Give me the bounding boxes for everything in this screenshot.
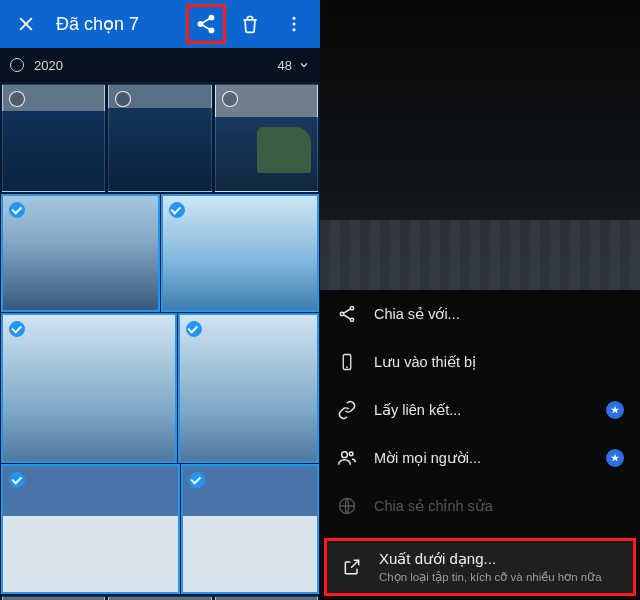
svg-point-8 xyxy=(340,312,343,315)
svg-point-9 xyxy=(350,318,353,321)
select-year-circle[interactable] xyxy=(10,58,24,72)
svg-point-2 xyxy=(209,28,213,32)
menu-label: Mời mọi người... xyxy=(374,450,590,466)
star-badge xyxy=(606,449,624,467)
year-group-header[interactable]: 2020 48 xyxy=(0,48,320,82)
link-icon xyxy=(336,400,358,420)
share-icon xyxy=(336,304,358,324)
overflow-icon[interactable] xyxy=(274,4,314,44)
photo-tile[interactable] xyxy=(2,465,179,593)
photo-tile[interactable] xyxy=(108,596,211,600)
menu-share-with[interactable]: Chia sẻ với... xyxy=(320,290,640,338)
svg-point-0 xyxy=(209,16,213,20)
phone-icon xyxy=(336,352,358,372)
svg-point-12 xyxy=(349,452,353,456)
photo-tile[interactable] xyxy=(215,84,318,192)
selection-header: Đã chọn 7 xyxy=(0,0,320,48)
photo-tile[interactable] xyxy=(215,596,318,600)
photo-tile[interactable] xyxy=(108,84,211,192)
svg-point-11 xyxy=(342,452,348,458)
menu-export-as[interactable]: Xuất dưới dạng... Chọn loại tập tin, kíc… xyxy=(324,538,636,596)
share-panel: Chia sẻ với... Lưu vào thiết bị Lấy liên… xyxy=(320,0,640,600)
svg-point-7 xyxy=(350,307,353,310)
photo-tile[interactable] xyxy=(2,84,105,192)
export-subtitle: Chọn loại tập tin, kích cỡ và nhiều hơn … xyxy=(379,570,602,584)
chevron-down-icon xyxy=(298,59,310,71)
photo-tile[interactable] xyxy=(182,465,318,593)
menu-share-edit: Chia sẻ chỉnh sửa xyxy=(320,482,640,530)
star-badge xyxy=(606,401,624,419)
menu-label: Chia sẻ chỉnh sửa xyxy=(374,498,624,514)
menu-save-device[interactable]: Lưu vào thiết bị xyxy=(320,338,640,386)
menu-label: Lấy liên kết... xyxy=(374,402,590,418)
year-label: 2020 xyxy=(34,58,63,73)
photo-tile[interactable] xyxy=(2,314,176,462)
year-count: 48 xyxy=(278,58,292,73)
export-icon xyxy=(341,557,363,577)
svg-point-5 xyxy=(293,28,296,31)
globe-icon xyxy=(336,496,358,516)
export-title: Xuất dưới dạng... xyxy=(379,550,602,568)
photo-tile[interactable] xyxy=(2,596,105,600)
photo-grid xyxy=(0,82,320,600)
svg-point-1 xyxy=(198,22,202,26)
svg-point-3 xyxy=(293,17,296,20)
menu-get-link[interactable]: Lấy liên kết... xyxy=(320,386,640,434)
photo-tile[interactable] xyxy=(162,195,319,311)
gallery-panel: Đã chọn 7 2020 48 xyxy=(0,0,320,600)
photo-tile[interactable] xyxy=(2,195,159,311)
people-icon xyxy=(336,448,358,468)
selection-title: Đã chọn 7 xyxy=(50,13,182,35)
menu-label: Chia sẻ với... xyxy=(374,306,624,322)
photo-preview xyxy=(320,0,640,290)
menu-label: Lưu vào thiết bị xyxy=(374,354,624,370)
menu-invite[interactable]: Mời mọi người... xyxy=(320,434,640,482)
delete-icon[interactable] xyxy=(230,4,270,44)
photo-tile[interactable] xyxy=(179,314,318,462)
close-icon[interactable] xyxy=(6,4,46,44)
svg-point-4 xyxy=(293,23,296,26)
share-button[interactable] xyxy=(186,4,226,44)
